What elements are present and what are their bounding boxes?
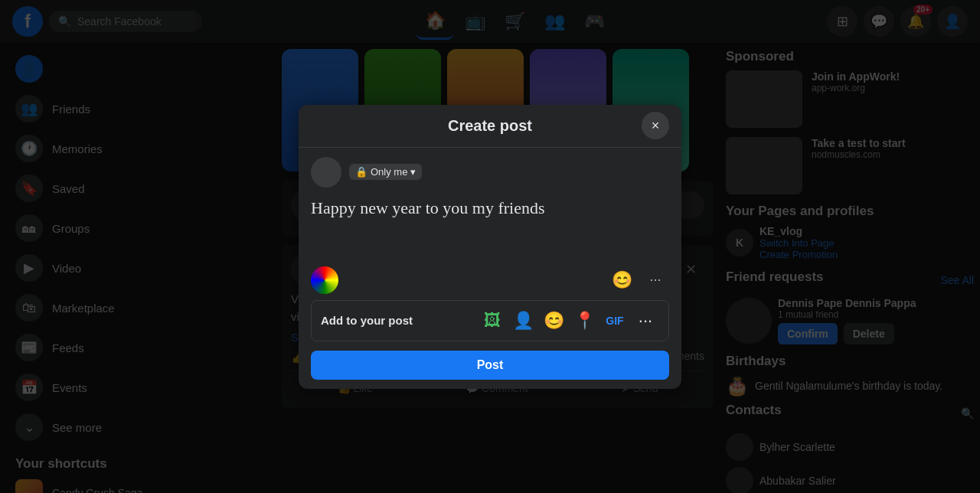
create-post-modal: Create post × 🔒 Only me ▾ Happy new year…: [299, 105, 681, 389]
modal-header: Create post ×: [299, 105, 681, 148]
modal-close-btn[interactable]: ×: [642, 112, 669, 139]
add-more-btn[interactable]: ···: [632, 307, 659, 335]
emoji-btn[interactable]: 😊: [612, 270, 632, 290]
add-location-btn[interactable]: 📍: [570, 307, 598, 335]
add-photo-btn[interactable]: 🖼: [479, 307, 506, 335]
post-submit-btn[interactable]: Post: [311, 351, 669, 380]
privacy-lock-icon: 🔒: [355, 166, 368, 178]
color-picker-icon[interactable]: [311, 266, 338, 294]
modal-body: 🔒 Only me ▾ Happy new year to you my fri…: [299, 148, 681, 389]
modal-user-avatar: [311, 157, 341, 188]
add-post-icons: 🖼 👤 😊 📍 GIF ···: [479, 307, 659, 335]
privacy-chevron-icon: ▾: [410, 166, 416, 178]
modal-tools-row: 😊 ···: [311, 266, 669, 294]
post-user-row: 🔒 Only me ▾: [311, 157, 669, 188]
modal-overlay[interactable]: Create post × 🔒 Only me ▾ Happy new year…: [0, 0, 980, 493]
modal-title: Create post: [448, 117, 532, 135]
privacy-label: Only me: [371, 166, 407, 178]
modal-more-btn[interactable]: ···: [642, 266, 669, 294]
add-gif-btn[interactable]: GIF: [601, 307, 629, 335]
add-to-post-label: Add to your post: [321, 314, 479, 327]
privacy-badge[interactable]: 🔒 Only me ▾: [349, 164, 422, 180]
modal-user-info: 🔒 Only me ▾: [349, 164, 422, 180]
add-emoji-btn[interactable]: 😊: [540, 307, 567, 335]
add-to-post-bar: Add to your post 🖼 👤 😊 📍 GIF ···: [311, 300, 669, 341]
post-text-area[interactable]: Happy new year to you my friends: [311, 197, 669, 258]
add-tag-btn[interactable]: 👤: [509, 307, 537, 335]
